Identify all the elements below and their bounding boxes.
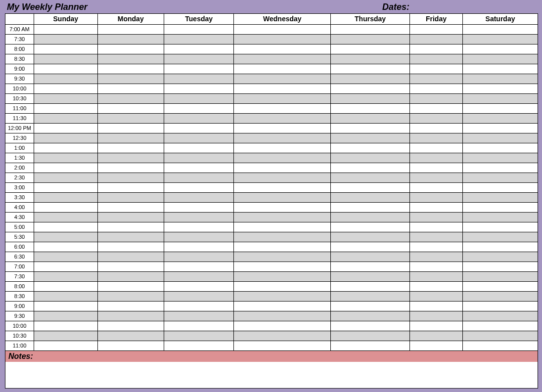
time-slot[interactable] xyxy=(331,84,410,94)
time-slot[interactable] xyxy=(97,262,164,272)
time-slot[interactable] xyxy=(164,242,234,252)
time-slot[interactable] xyxy=(97,44,164,54)
time-slot[interactable] xyxy=(409,232,462,242)
time-slot[interactable] xyxy=(34,163,98,173)
time-slot[interactable] xyxy=(463,64,538,74)
time-slot[interactable] xyxy=(463,341,538,351)
time-slot[interactable] xyxy=(34,311,98,321)
time-slot[interactable] xyxy=(331,104,410,114)
time-slot[interactable] xyxy=(34,341,98,351)
time-slot[interactable] xyxy=(409,124,462,133)
time-slot[interactable] xyxy=(463,104,538,114)
time-slot[interactable] xyxy=(409,292,462,302)
time-slot[interactable] xyxy=(164,124,234,133)
time-slot[interactable] xyxy=(164,133,234,143)
time-slot[interactable] xyxy=(409,222,462,232)
time-slot[interactable] xyxy=(409,104,462,114)
time-slot[interactable] xyxy=(331,341,410,351)
time-slot[interactable] xyxy=(234,341,331,351)
time-slot[interactable] xyxy=(234,242,331,252)
time-slot[interactable] xyxy=(164,302,234,311)
time-slot[interactable] xyxy=(331,64,410,74)
time-slot[interactable] xyxy=(331,94,410,104)
time-slot[interactable] xyxy=(34,321,98,331)
time-slot[interactable] xyxy=(234,124,331,133)
time-slot[interactable] xyxy=(463,193,538,203)
time-slot[interactable] xyxy=(234,54,331,64)
time-slot[interactable] xyxy=(463,242,538,252)
time-slot[interactable] xyxy=(331,213,410,222)
time-slot[interactable] xyxy=(463,114,538,124)
time-slot[interactable] xyxy=(409,74,462,84)
time-slot[interactable] xyxy=(331,54,410,64)
time-slot[interactable] xyxy=(409,153,462,163)
time-slot[interactable] xyxy=(331,35,410,44)
time-slot[interactable] xyxy=(164,84,234,94)
time-slot[interactable] xyxy=(97,193,164,203)
time-slot[interactable] xyxy=(34,84,98,94)
time-slot[interactable] xyxy=(97,153,164,163)
time-slot[interactable] xyxy=(34,35,98,44)
time-slot[interactable] xyxy=(234,232,331,242)
time-slot[interactable] xyxy=(34,203,98,213)
time-slot[interactable] xyxy=(164,54,234,64)
time-slot[interactable] xyxy=(409,84,462,94)
time-slot[interactable] xyxy=(331,153,410,163)
time-slot[interactable] xyxy=(409,133,462,143)
time-slot[interactable] xyxy=(97,25,164,35)
time-slot[interactable] xyxy=(331,74,410,84)
time-slot[interactable] xyxy=(34,282,98,292)
time-slot[interactable] xyxy=(34,44,98,54)
time-slot[interactable] xyxy=(164,64,234,74)
time-slot[interactable] xyxy=(409,203,462,213)
time-slot[interactable] xyxy=(34,232,98,242)
time-slot[interactable] xyxy=(164,321,234,331)
time-slot[interactable] xyxy=(164,262,234,272)
time-slot[interactable] xyxy=(331,321,410,331)
time-slot[interactable] xyxy=(164,143,234,153)
time-slot[interactable] xyxy=(34,183,98,193)
time-slot[interactable] xyxy=(409,311,462,321)
time-slot[interactable] xyxy=(463,163,538,173)
time-slot[interactable] xyxy=(234,143,331,153)
time-slot[interactable] xyxy=(97,94,164,104)
time-slot[interactable] xyxy=(331,133,410,143)
time-slot[interactable] xyxy=(331,311,410,321)
time-slot[interactable] xyxy=(409,44,462,54)
time-slot[interactable] xyxy=(409,193,462,203)
time-slot[interactable] xyxy=(97,54,164,64)
time-slot[interactable] xyxy=(97,143,164,153)
time-slot[interactable] xyxy=(463,173,538,183)
time-slot[interactable] xyxy=(164,114,234,124)
time-slot[interactable] xyxy=(234,292,331,302)
time-slot[interactable] xyxy=(97,124,164,133)
time-slot[interactable] xyxy=(234,84,331,94)
time-slot[interactable] xyxy=(331,124,410,133)
time-slot[interactable] xyxy=(331,232,410,242)
time-slot[interactable] xyxy=(409,94,462,104)
time-slot[interactable] xyxy=(409,272,462,282)
time-slot[interactable] xyxy=(34,302,98,311)
time-slot[interactable] xyxy=(164,94,234,104)
time-slot[interactable] xyxy=(409,183,462,193)
time-slot[interactable] xyxy=(234,173,331,183)
notes-area[interactable] xyxy=(5,362,538,389)
time-slot[interactable] xyxy=(463,311,538,321)
time-slot[interactable] xyxy=(97,321,164,331)
time-slot[interactable] xyxy=(34,292,98,302)
time-slot[interactable] xyxy=(409,321,462,331)
time-slot[interactable] xyxy=(34,104,98,114)
time-slot[interactable] xyxy=(234,193,331,203)
time-slot[interactable] xyxy=(409,143,462,153)
time-slot[interactable] xyxy=(234,203,331,213)
time-slot[interactable] xyxy=(463,282,538,292)
time-slot[interactable] xyxy=(97,311,164,321)
time-slot[interactable] xyxy=(409,341,462,351)
time-slot[interactable] xyxy=(34,54,98,64)
time-slot[interactable] xyxy=(234,163,331,173)
time-slot[interactable] xyxy=(164,183,234,193)
time-slot[interactable] xyxy=(164,331,234,341)
time-slot[interactable] xyxy=(164,104,234,114)
time-slot[interactable] xyxy=(97,64,164,74)
time-slot[interactable] xyxy=(34,252,98,262)
